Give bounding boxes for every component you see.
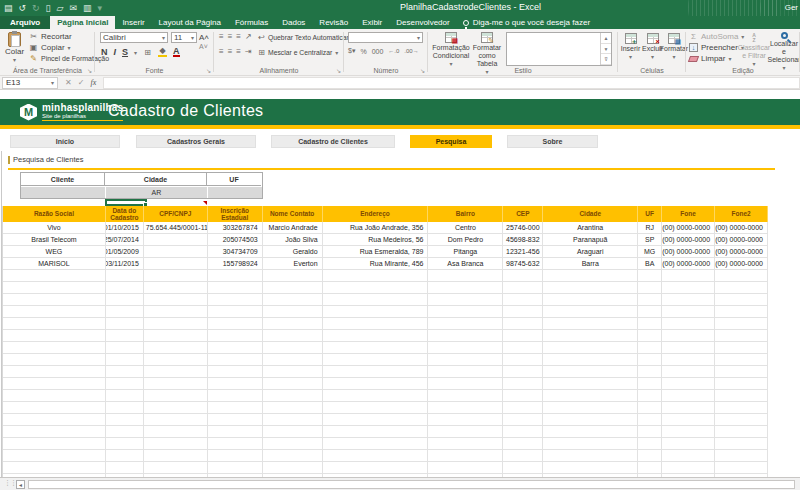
- name-box[interactable]: E13 ▾: [2, 77, 58, 89]
- font-dialog-launcher[interactable]: ↘: [206, 67, 211, 74]
- tab-revisao[interactable]: Revisão: [312, 16, 355, 29]
- tab-strip-handle[interactable]: ⋮⋮: [4, 479, 16, 487]
- cell-fone[interactable]: (00) 0000-0000: [662, 222, 715, 234]
- cell-uf[interactable]: SP: [638, 234, 662, 246]
- gallery-more-icon[interactable]: ⊽: [601, 54, 611, 65]
- cell-data-cadastro[interactable]: 03/11/2015: [106, 258, 144, 270]
- cell-uf[interactable]: RJ: [638, 222, 662, 234]
- shrink-font-icon[interactable]: A˅: [199, 43, 208, 50]
- cell-bairro[interactable]: Pitanga: [428, 246, 503, 258]
- autosum-button[interactable]: Σ AutoSoma ▾: [689, 31, 744, 42]
- decrease-decimal-icon[interactable]: .00→: [404, 48, 418, 54]
- formula-input[interactable]: [103, 77, 800, 89]
- cancel-icon[interactable]: ✕: [65, 78, 72, 87]
- cell-inscricao-estadual[interactable]: 155798924: [208, 258, 263, 270]
- nav-tab-cadastros-gerais[interactable]: Cadastros Gerais: [136, 135, 256, 148]
- nav-tab-inicio[interactable]: Início: [10, 135, 120, 148]
- orientation-icon[interactable]: ↗: [245, 32, 252, 41]
- increase-decimal-icon[interactable]: ←.0: [388, 48, 399, 54]
- fill-color-icon[interactable]: ◆: [158, 47, 167, 57]
- cell-endereco[interactable]: Rua João Andrade, 356: [323, 222, 429, 234]
- cell-fone[interactable]: (00) 0000-0000: [662, 234, 715, 246]
- cell-cidade[interactable]: Araguari: [543, 246, 638, 258]
- tell-me-box[interactable]: Diga-me o que você deseja fazer: [457, 16, 596, 29]
- open-file-icon[interactable]: ▱: [57, 1, 64, 15]
- cell-cpf-cnpj[interactable]: [144, 234, 208, 246]
- qat-customize-icon[interactable]: ▾: [98, 1, 103, 15]
- cell-uf[interactable]: BA: [638, 258, 662, 270]
- horizontal-scrollbar[interactable]: [28, 480, 795, 489]
- cell-bairro[interactable]: Asa Branca: [428, 258, 503, 270]
- gallery-down-icon[interactable]: ▼: [601, 44, 611, 55]
- new-file-icon[interactable]: ▯: [46, 1, 51, 15]
- tab-inserir[interactable]: Inserir: [115, 16, 151, 29]
- cell-fone[interactable]: (00) 0000-0000: [662, 258, 715, 270]
- cell-bairro[interactable]: Dom Pedro: [428, 234, 503, 246]
- cell-razao-social[interactable]: Vivo: [3, 222, 106, 234]
- cell-inscricao-estadual[interactable]: 304734709: [208, 246, 263, 258]
- tab-pagina-inicial[interactable]: Página Inicial: [50, 16, 115, 29]
- print-preview-icon[interactable]: ▥: [83, 1, 92, 15]
- cell-cep[interactable]: 98745-632: [503, 258, 543, 270]
- align-center-icon[interactable]: ≡: [228, 47, 233, 56]
- tab-exibir[interactable]: Exibir: [355, 16, 389, 29]
- gallery-scroll-buttons[interactable]: ▲ ▼ ⊽: [600, 33, 611, 65]
- cell-nome-contato[interactable]: Everton: [263, 258, 323, 270]
- conditional-formatting-button[interactable]: ▦ Formatação Condicional ▾: [434, 32, 468, 68]
- cell-razao-social[interactable]: MARISOL: [3, 258, 106, 270]
- cell-styles-gallery[interactable]: ▲ ▼ ⊽: [506, 32, 612, 66]
- save-icon[interactable]: ▤: [4, 1, 13, 15]
- enter-icon[interactable]: ✓: [78, 78, 85, 87]
- nav-tab-pesquisa[interactable]: Pesquisa: [410, 135, 492, 148]
- clipboard-dialog-launcher[interactable]: ↘: [87, 67, 92, 74]
- cell-nome-contato[interactable]: Marcio Andrade: [263, 222, 323, 234]
- cell-data-cadastro[interactable]: 01/05/2009: [106, 246, 144, 258]
- fill-button[interactable]: ↓ Preencher ▾: [689, 42, 744, 53]
- cell-cpf-cnpj[interactable]: 75.654.445/0001-11: [144, 222, 208, 234]
- font-size-combo[interactable]: 11▾: [171, 32, 197, 43]
- insert-cells-button[interactable]: ＋ Inserir ▾: [620, 33, 641, 61]
- cell-fone2[interactable]: (00) 0000-0000: [715, 258, 768, 270]
- cell-uf[interactable]: MG: [638, 246, 662, 258]
- clear-button[interactable]: Limpar ▾: [689, 53, 744, 64]
- cell-cpf-cnpj[interactable]: [144, 258, 208, 270]
- bold-button[interactable]: N: [101, 47, 108, 57]
- cell-cidade[interactable]: Paranapuã: [543, 234, 638, 246]
- alignment-dialog-launcher[interactable]: ↘: [336, 67, 341, 74]
- cell-inscricao-estadual[interactable]: 205074503: [208, 234, 263, 246]
- tab-dados[interactable]: Dados: [275, 16, 312, 29]
- cell-cep[interactable]: 45698-832: [503, 234, 543, 246]
- align-left-icon[interactable]: ≡: [219, 47, 224, 56]
- cell-data-cadastro[interactable]: 01/10/2015: [106, 222, 144, 234]
- sheet-scroll-left-icon[interactable]: ◄: [16, 480, 25, 489]
- cell-inscricao-estadual[interactable]: 303267874: [208, 222, 263, 234]
- insert-function-icon[interactable]: fx: [90, 78, 96, 87]
- cell-endereco[interactable]: Rua Mirante, 456: [323, 258, 429, 270]
- cell-razao-social[interactable]: WEG: [3, 246, 106, 258]
- nav-tab-sobre[interactable]: Sobre: [507, 135, 598, 148]
- grow-font-icon[interactable]: A˄: [199, 33, 209, 42]
- cell-cep[interactable]: 25746-000: [503, 222, 543, 234]
- indent-icon[interactable]: ⇥: [245, 47, 252, 56]
- cell-fone2[interactable]: (00) 0000-0000: [715, 246, 768, 258]
- cell-cpf-cnpj[interactable]: [144, 246, 208, 258]
- number-format-combo[interactable]: ▾: [348, 32, 423, 43]
- cell-cidade[interactable]: Barra: [543, 258, 638, 270]
- font-name-combo[interactable]: Calibri▾: [100, 32, 168, 43]
- format-cells-button[interactable]: ▦ Formatar ▾: [663, 33, 685, 61]
- undo-icon[interactable]: ↺: [19, 1, 27, 15]
- cell-razao-social[interactable]: Brasil Telecom: [3, 234, 106, 246]
- filter-input-cidade[interactable]: AR: [106, 187, 208, 198]
- redo-icon[interactable]: ↻: [32, 1, 40, 15]
- email-icon[interactable]: ✉: [69, 1, 77, 15]
- cell-nome-contato[interactable]: João Silva: [263, 234, 323, 246]
- font-color-icon[interactable]: A: [173, 47, 180, 57]
- comma-format-icon[interactable]: 000: [372, 48, 384, 55]
- filter-input-cliente[interactable]: [21, 187, 105, 198]
- cell-data-cadastro[interactable]: 25/07/2014: [106, 234, 144, 246]
- cell-fone2[interactable]: (00) 0000-0000: [715, 222, 768, 234]
- filter-input-uf[interactable]: [208, 187, 262, 198]
- gallery-up-icon[interactable]: ▲: [601, 33, 611, 44]
- tab-desenvolvedor[interactable]: Desenvolvedor: [389, 16, 456, 29]
- nav-tab-cadastro-de-clientes[interactable]: Cadastro de Clientes: [271, 135, 395, 148]
